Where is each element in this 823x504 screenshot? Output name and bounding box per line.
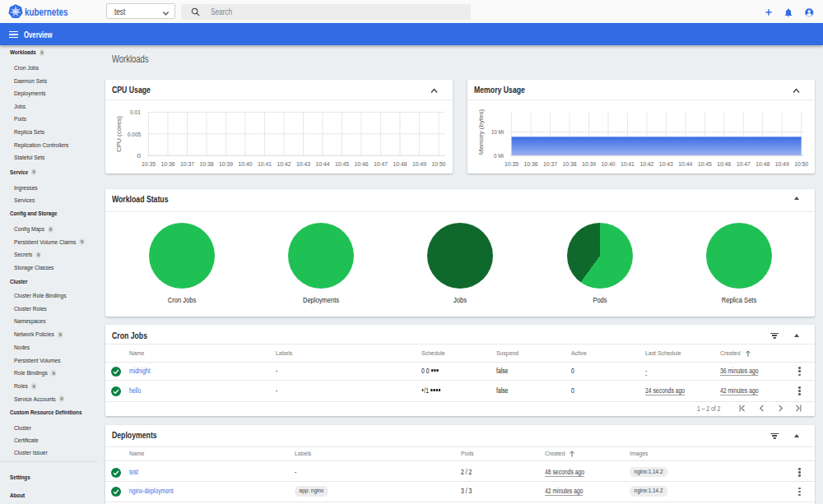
svg-text:10:39: 10:39 xyxy=(219,160,233,168)
svg-text:0.01: 0.01 xyxy=(130,109,141,116)
svg-text:10:41: 10:41 xyxy=(621,160,635,168)
svg-text:10:37: 10:37 xyxy=(180,160,194,168)
svg-text:10 Mi: 10 Mi xyxy=(491,128,504,136)
svg-text:10:36: 10:36 xyxy=(161,160,175,168)
svg-text:10:35: 10:35 xyxy=(504,160,518,168)
svg-text:10:49: 10:49 xyxy=(775,160,789,168)
svg-text:10:35: 10:35 xyxy=(142,160,156,168)
svg-text:10:44: 10:44 xyxy=(316,160,330,168)
svg-text:10:38: 10:38 xyxy=(563,160,577,168)
svg-text:10:44: 10:44 xyxy=(678,160,692,168)
svg-text:CPU (cores): CPU (cores) xyxy=(115,116,123,152)
svg-text:10:43: 10:43 xyxy=(659,160,673,168)
svg-text:0.005: 0.005 xyxy=(128,131,141,138)
svg-text:0: 0 xyxy=(137,152,142,160)
svg-text:10:38: 10:38 xyxy=(200,160,214,168)
svg-text:0 Mi: 0 Mi xyxy=(494,152,504,160)
svg-text:10:40: 10:40 xyxy=(601,160,615,168)
svg-text:10:49: 10:49 xyxy=(412,160,426,168)
svg-text:10:45: 10:45 xyxy=(335,160,349,168)
svg-text:10:50: 10:50 xyxy=(432,160,446,168)
svg-text:10:50: 10:50 xyxy=(794,160,808,168)
svg-text:10:42: 10:42 xyxy=(277,160,291,168)
svg-text:10:40: 10:40 xyxy=(239,160,253,168)
svg-text:10:42: 10:42 xyxy=(639,160,653,168)
svg-text:10:47: 10:47 xyxy=(737,160,751,168)
svg-text:10:45: 10:45 xyxy=(698,160,712,168)
svg-text:10:48: 10:48 xyxy=(756,160,770,168)
svg-text:10:47: 10:47 xyxy=(374,160,388,168)
svg-text:10:41: 10:41 xyxy=(258,160,272,168)
svg-text:10:46: 10:46 xyxy=(717,160,731,168)
svg-text:Memory (bytes): Memory (bytes) xyxy=(477,109,485,155)
svg-text:10:39: 10:39 xyxy=(582,160,596,168)
svg-text:10:43: 10:43 xyxy=(296,160,310,168)
svg-text:10:48: 10:48 xyxy=(393,160,407,168)
svg-text:10:37: 10:37 xyxy=(543,160,557,168)
svg-text:10:36: 10:36 xyxy=(524,160,538,168)
svg-text:10:46: 10:46 xyxy=(355,160,369,168)
